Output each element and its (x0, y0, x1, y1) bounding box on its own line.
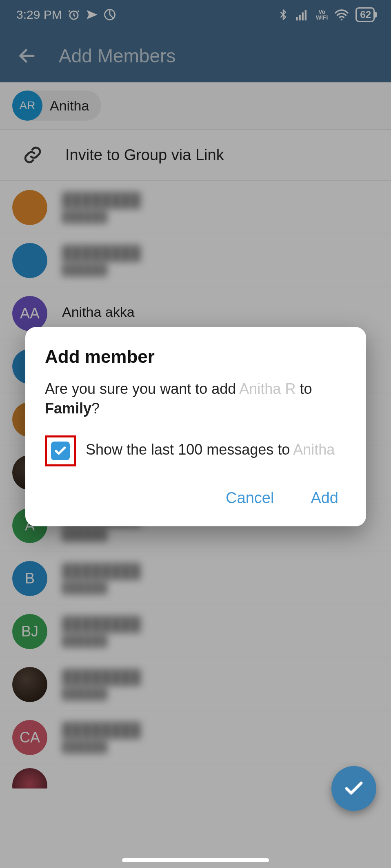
highlight-box (45, 435, 76, 466)
show-history-checkbox[interactable] (51, 442, 70, 460)
dialog-title: Add member (45, 347, 347, 367)
check-icon (54, 444, 67, 457)
show-history-label: Show the last 100 messages to Anitha (86, 435, 335, 459)
check-icon (343, 777, 365, 800)
confirm-fab[interactable] (331, 766, 376, 811)
dialog-body: Are you sure you want to add Anitha R to… (45, 379, 347, 418)
show-history-row[interactable]: Show the last 100 messages to Anitha (45, 435, 347, 466)
home-indicator[interactable] (122, 858, 269, 862)
add-member-dialog: Add member Are you sure you want to add … (25, 327, 366, 526)
cancel-button[interactable]: Cancel (222, 484, 278, 512)
add-button[interactable]: Add (307, 484, 342, 512)
